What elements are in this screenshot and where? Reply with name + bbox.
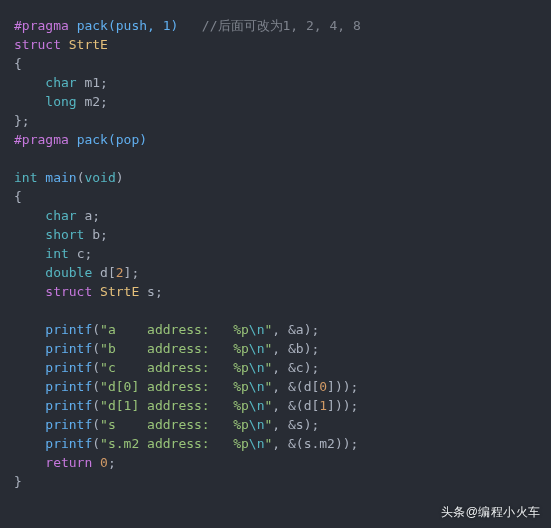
fn-printf: printf: [45, 417, 92, 432]
field-m1: m1: [84, 75, 100, 90]
kw-struct: struct: [45, 284, 92, 299]
code-block: #pragma pack(push, 1) //后面可改为1, 2, 4, 8 …: [14, 16, 537, 491]
kw-short: short: [45, 227, 84, 242]
kw-void: void: [84, 170, 115, 185]
var-s: s: [147, 284, 155, 299]
fn-printf: printf: [45, 436, 92, 451]
brace-close: };: [14, 113, 30, 128]
pack-call: pack(push, 1): [77, 18, 179, 33]
fn-main: main: [45, 170, 76, 185]
var-b: b: [92, 227, 100, 242]
field-m2: m2: [84, 94, 100, 109]
brace: {: [14, 189, 22, 204]
preproc-token: #pragma: [14, 18, 69, 33]
preproc-token: #pragma: [14, 132, 69, 147]
kw-int: int: [14, 170, 37, 185]
kw-struct: struct: [14, 37, 61, 52]
watermark-text: 头条@编程小火车: [441, 503, 541, 522]
type-name: StrtE: [69, 37, 108, 52]
var-d: d: [100, 265, 108, 280]
comment: //后面可改为1, 2, 4, 8: [202, 18, 361, 33]
fn-printf: printf: [45, 379, 92, 394]
brace: {: [14, 56, 22, 71]
fn-printf: printf: [45, 398, 92, 413]
kw-return: return: [45, 455, 92, 470]
kw-char: char: [45, 208, 76, 223]
kw-long: long: [45, 94, 76, 109]
fn-printf: printf: [45, 322, 92, 337]
kw-int: int: [45, 246, 68, 261]
kw-double: double: [45, 265, 92, 280]
brace-close: }: [14, 474, 22, 489]
fn-printf: printf: [45, 360, 92, 375]
type-name: StrtE: [100, 284, 139, 299]
pack-call: pack(pop): [77, 132, 147, 147]
fn-printf: printf: [45, 341, 92, 356]
kw-char: char: [45, 75, 76, 90]
